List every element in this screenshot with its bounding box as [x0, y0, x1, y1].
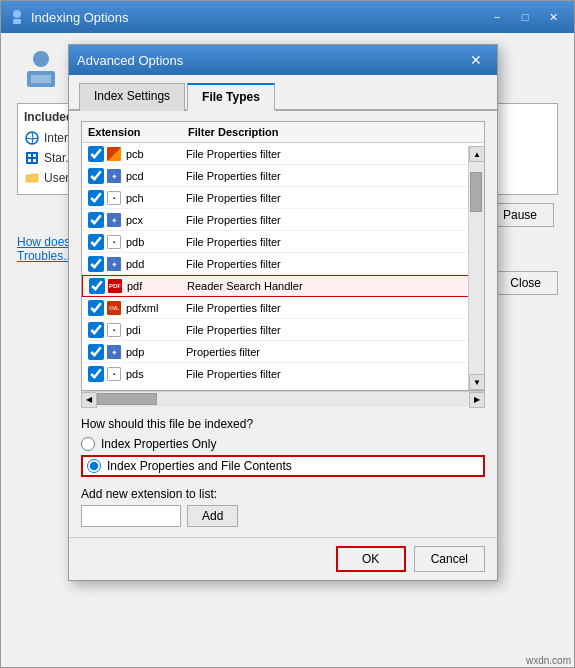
table-header: Extension Filter Description — [82, 122, 484, 143]
h-scroll-right-btn[interactable]: ▶ — [469, 392, 485, 408]
svg-rect-7 — [28, 154, 31, 157]
ext-name: pdp — [126, 346, 186, 358]
ext-name: pdf — [127, 280, 187, 292]
file-type-icon: ◈ — [106, 168, 122, 184]
filter-desc: File Properties filter — [186, 192, 478, 204]
ext-name: pdd — [126, 258, 186, 270]
ext-name: pch — [126, 192, 186, 204]
ext-name: pds — [126, 368, 186, 380]
file-type-icon: ▪ — [106, 234, 122, 250]
row-checkbox[interactable] — [88, 366, 104, 382]
scroll-up-btn[interactable]: ▲ — [469, 146, 485, 162]
table-row: ▪pdiFile Properties filter — [82, 319, 484, 341]
adv-titlebar: Advanced Options ✕ — [69, 45, 497, 75]
row-checkbox[interactable] — [88, 256, 104, 272]
h-scroll-track[interactable] — [97, 392, 469, 407]
row-checkbox[interactable] — [89, 278, 105, 294]
svg-rect-8 — [33, 154, 36, 157]
filter-desc: File Properties filter — [186, 236, 478, 248]
radio-properties-contents-input[interactable] — [87, 459, 101, 473]
filter-desc: File Properties filter — [186, 324, 478, 336]
file-type-icon: ▪ — [106, 322, 122, 338]
adv-close-btn[interactable]: ✕ — [463, 50, 489, 70]
bg-close-button[interactable]: Close — [493, 271, 558, 295]
filter-desc: File Properties filter — [186, 214, 478, 226]
table-row: ◈pddFile Properties filter — [82, 253, 484, 275]
bg-maximize-btn[interactable]: □ — [512, 7, 538, 27]
add-ext-label: Add new extension to list: — [81, 487, 485, 501]
internet-icon — [24, 130, 40, 146]
ext-name: pcb — [126, 148, 186, 160]
start-icon — [24, 150, 40, 166]
row-checkbox[interactable] — [88, 344, 104, 360]
h-scroll-thumb[interactable] — [97, 393, 157, 405]
filter-desc: File Properties filter — [186, 368, 478, 380]
tab-file-types[interactable]: File Types — [187, 83, 275, 111]
svg-rect-6 — [26, 152, 38, 164]
row-checkbox[interactable] — [88, 146, 104, 162]
watermark: wxdn.com — [526, 655, 571, 666]
ok-btn[interactable]: OK — [336, 546, 406, 572]
troubleshoot-link[interactable]: Troubles... — [17, 249, 73, 263]
svg-point-0 — [13, 10, 21, 18]
indexing-label: How should this file be indexed? — [81, 417, 485, 431]
row-checkbox[interactable] — [88, 322, 104, 338]
table-row: ◈pcxFile Properties filter — [82, 209, 484, 231]
table-row: ◈pdpProperties filter — [82, 341, 484, 363]
bg-titlebar: Indexing Options − □ ✕ — [1, 1, 574, 33]
tabs-bar: Index Settings File Types — [69, 75, 497, 111]
bg-window-controls: − □ ✕ — [484, 7, 566, 27]
ext-name: pcx — [126, 214, 186, 226]
adv-dialog-title: Advanced Options — [77, 53, 463, 68]
file-type-icon: ◈ — [106, 256, 122, 272]
table-row: XMLpdfxmlFile Properties filter — [82, 297, 484, 319]
indexing-section: How should this file be indexed? Index P… — [81, 417, 485, 477]
radio-properties-only-input[interactable] — [81, 437, 95, 451]
bg-close-btn[interactable]: ✕ — [540, 7, 566, 27]
row-checkbox[interactable] — [88, 212, 104, 228]
scroll-thumb[interactable] — [470, 172, 482, 212]
user-folder-icon — [24, 170, 40, 186]
scroll-track[interactable] — [469, 162, 484, 374]
radio-properties-contents-label: Index Properties and File Contents — [107, 459, 292, 473]
h-scrollbar: ◀ ▶ — [81, 391, 485, 407]
filter-desc: Reader Search Handler — [187, 280, 477, 292]
filter-desc: File Properties filter — [186, 302, 478, 314]
svg-rect-9 — [28, 159, 31, 162]
svg-rect-10 — [33, 159, 36, 162]
file-type-icon: ▪ — [106, 366, 122, 382]
radio-properties-only-label: Index Properties Only — [101, 437, 216, 451]
add-ext-section: Add new extension to list: Add — [81, 487, 485, 527]
indexing-icon — [9, 9, 25, 25]
scrollbar-track: ▲ ▼ — [468, 146, 484, 390]
table-row: PDFpdfReader Search Handler — [82, 275, 484, 297]
cancel-btn[interactable]: Cancel — [414, 546, 485, 572]
file-type-icon: ◈ — [106, 212, 122, 228]
table-row: ▪pdbFile Properties filter — [82, 231, 484, 253]
ext-name: pdfxml — [126, 302, 186, 314]
add-ext-btn[interactable]: Add — [187, 505, 238, 527]
scroll-down-btn[interactable]: ▼ — [469, 374, 485, 390]
file-types-table: Extension Filter Description pcbFile Pro… — [81, 121, 485, 391]
filter-desc: Properties filter — [186, 346, 478, 358]
table-rows: pcbFile Properties filter◈pcdFile Proper… — [82, 143, 484, 383]
row-checkbox[interactable] — [88, 190, 104, 206]
computer-person-icon — [17, 45, 65, 93]
file-type-icon: XML — [106, 300, 122, 316]
filter-desc: File Properties filter — [186, 258, 478, 270]
filter-desc: File Properties filter — [186, 170, 478, 182]
bg-minimize-btn[interactable]: − — [484, 7, 510, 27]
table-row: ▪pchFile Properties filter — [82, 187, 484, 209]
col-filter-desc: Filter Description — [188, 126, 478, 138]
bg-window-title: Indexing Options — [31, 10, 484, 25]
radio-properties-contents: Index Properties and File Contents — [81, 455, 485, 477]
row-checkbox[interactable] — [88, 300, 104, 316]
h-scroll-left-btn[interactable]: ◀ — [81, 392, 97, 408]
tab-index-settings[interactable]: Index Settings — [79, 83, 185, 111]
svg-rect-4 — [31, 75, 51, 83]
row-checkbox[interactable] — [88, 234, 104, 250]
add-ext-input[interactable] — [81, 505, 181, 527]
svg-rect-1 — [13, 19, 21, 24]
row-checkbox[interactable] — [88, 168, 104, 184]
filter-desc: File Properties filter — [186, 148, 478, 160]
